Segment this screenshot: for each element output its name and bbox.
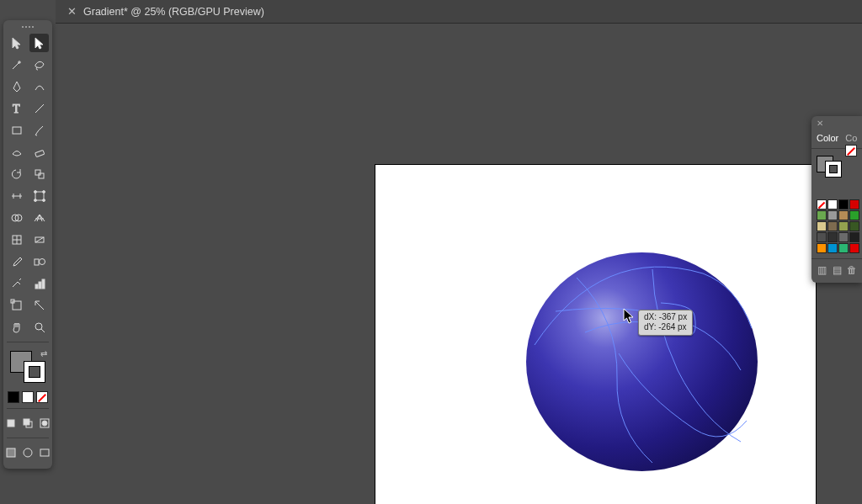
color-swatch[interactable] [827,243,838,253]
color-swatch[interactable] [817,232,827,242]
svg-point-19 [39,259,45,265]
color-swatch[interactable] [849,210,859,220]
blend-tool[interactable] [29,252,49,271]
normal-icon [4,416,18,430]
gradient-sphere[interactable] [526,252,758,471]
swap-fill-stroke-icon[interactable]: ⇄ [40,349,47,358]
gradient-icon [33,233,46,247]
swatch-libraries-icon[interactable]: ▥ [817,264,827,276]
behind-tool[interactable] [21,414,35,432]
color-swatch[interactable] [849,199,859,210]
color-swatch[interactable] [827,232,838,242]
panel-stroke-swatch[interactable] [825,161,842,178]
symbol-sprayer-icon [10,277,24,290]
tools-grip[interactable] [7,24,49,30]
paintbrush-tool[interactable] [29,121,49,140]
artboard-tool[interactable] [7,296,26,315]
color-swatch[interactable] [827,221,838,231]
svg-rect-20 [35,284,38,289]
shape-builder-icon [10,211,24,225]
dx-value: -367 px [659,312,687,321]
curvature-tool[interactable] [29,77,49,96]
line-segment-icon [33,102,46,115]
close-panel-icon[interactable]: ✕ [811,116,862,130]
rotate-icon [10,167,24,181]
color-swatch[interactable] [817,199,827,210]
selection-tool[interactable] [7,34,26,52]
column-graph-icon [33,277,46,290]
shaper-tool[interactable] [7,143,26,162]
color-swatch[interactable] [849,243,859,253]
color-swatch[interactable] [838,243,849,253]
close-tab-icon[interactable]: ✕ [67,5,77,18]
rotate-tool[interactable] [7,165,26,183]
color-swatch[interactable] [827,199,838,210]
svg-point-25 [35,323,42,330]
document-tab[interactable]: ✕ Gradient* @ 25% (RGB/GPU Preview) [56,0,862,24]
color-swatch[interactable] [838,221,849,231]
eraser-tool[interactable] [29,143,49,162]
svg-rect-34 [40,449,49,456]
color-swatch[interactable] [849,221,859,231]
svg-rect-6 [35,192,44,200]
tab-color-guide[interactable]: Co [845,133,857,143]
scale-tool[interactable] [29,165,49,183]
magic-wand-tool[interactable] [7,56,26,74]
eyedropper-tool[interactable] [7,252,26,271]
svg-point-8 [42,191,45,194]
tools-panel: T ⇄ [3,20,52,469]
stroke-swatch[interactable] [24,361,45,383]
mini-swatch-black[interactable] [8,391,19,403]
type-tool[interactable]: T [7,99,26,118]
mesh-tool[interactable] [7,231,26,249]
lasso-icon [33,58,46,72]
zoom-tool[interactable] [29,318,49,337]
rectangle-tool[interactable] [7,121,26,140]
normal-tool[interactable] [4,414,18,432]
color-swatch[interactable] [838,199,849,210]
color-swatch[interactable] [827,210,838,220]
fill-stroke-swatch[interactable]: ⇄ [10,351,45,383]
color-swatch[interactable] [838,232,849,242]
eyedropper-icon [10,255,24,268]
svg-point-33 [24,448,32,457]
symbol-sprayer-tool[interactable] [7,274,26,293]
hand-tool[interactable] [7,318,26,337]
panel-fill-stroke[interactable] [817,156,842,178]
shaper-icon [10,146,24,159]
tab-color[interactable]: Color [817,133,838,143]
free-transform-tool[interactable] [29,187,49,205]
inside-icon [38,416,51,430]
svg-line-1 [35,104,44,113]
direct-selection-tool[interactable] [29,34,49,52]
gradient-tool[interactable] [29,231,49,249]
toggle-fill-tool[interactable] [4,443,18,462]
svg-line-17 [35,237,44,242]
panel-none-swatch[interactable] [845,145,857,157]
lasso-tool[interactable] [29,56,49,74]
drawing-mode-tool[interactable] [21,443,35,462]
slice-tool[interactable] [29,296,49,315]
delete-icon[interactable]: 🗑 [847,264,857,276]
screen-mode-tool[interactable] [38,443,51,462]
svg-rect-2 [13,127,21,134]
free-transform-icon [33,189,46,203]
color-swatch[interactable] [838,210,849,220]
width-tool[interactable] [7,187,26,205]
perspective-grid-tool[interactable] [29,209,49,227]
color-swatch[interactable] [817,243,827,253]
line-segment-tool[interactable] [29,99,49,118]
color-swatch[interactable] [849,232,859,242]
mini-swatch-none[interactable] [36,391,48,403]
inside-tool[interactable] [38,414,51,432]
color-swatch[interactable] [817,210,827,220]
mini-swatch-white[interactable] [22,391,34,403]
pen-tool[interactable] [7,77,26,96]
shape-builder-tool[interactable] [7,209,26,227]
svg-rect-4 [35,170,40,175]
column-graph-tool[interactable] [29,274,49,293]
show-options-icon[interactable]: ▤ [832,264,842,276]
color-swatch[interactable] [817,221,827,231]
svg-rect-22 [42,279,45,289]
dy-label: dY: [644,322,656,332]
